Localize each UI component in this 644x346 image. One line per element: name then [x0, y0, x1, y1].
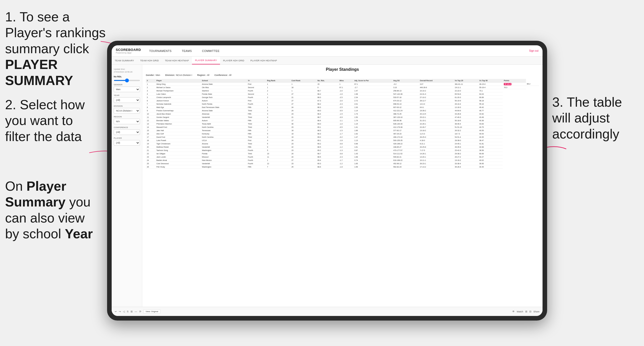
- no-rds-slider[interactable]: [114, 79, 140, 81]
- table-cell: 628-130-30: [392, 122, 419, 126]
- table-row: 25Cole SherwoodVanderbiltFourth122369.3-…: [146, 162, 539, 165]
- nav-teams[interactable]: TEAMS: [180, 48, 194, 53]
- table-cell: 69.2: [316, 142, 338, 145]
- download-icon[interactable]: ⊞: [525, 310, 527, 313]
- table-cell: 1: [290, 89, 316, 92]
- app-logo: SCOREBOARD Powered by dippi: [116, 48, 141, 54]
- undo-icon[interactable]: ↩: [115, 310, 117, 313]
- table-cell: 674-33-12: [392, 99, 419, 102]
- player-select[interactable]: (All): [114, 140, 140, 146]
- table-cell: 4: [146, 92, 155, 96]
- table-cell: Fifth: [247, 165, 266, 169]
- table-cell: Washington: [201, 165, 247, 169]
- table-cell: 27: [290, 159, 316, 162]
- table-cell: Bastien Amat: [155, 159, 201, 162]
- eye-icon[interactable]: 👁: [512, 310, 515, 313]
- table-cell: 43.83: [478, 122, 503, 126]
- nav-tournaments[interactable]: TOURNAMENTS: [147, 48, 174, 53]
- sub-nav-team-h2h-heatmap[interactable]: TEAM H2H HEATMAP: [162, 57, 192, 64]
- share-btn[interactable]: Share: [533, 310, 539, 313]
- col-vs-top25: Vs Top 25: [454, 79, 478, 82]
- table-cell: 1.47: [353, 89, 392, 92]
- table-cell: Jake Hall: [155, 129, 201, 132]
- year-select[interactable]: (All) First Second Third Fourth Fifth: [114, 97, 140, 103]
- no-rds-input[interactable]: [114, 80, 140, 81]
- table-cell: Taehoon Song: [155, 149, 201, 152]
- dash-icon[interactable]: —: [135, 310, 137, 313]
- redo-icon[interactable]: ↪: [119, 310, 121, 313]
- table-cell: 2.01: [353, 102, 392, 106]
- gender-select[interactable]: Men Women: [114, 87, 140, 92]
- grid-icon[interactable]: ⊟: [529, 310, 531, 313]
- table-cell: 7: [266, 165, 291, 169]
- table-cell: 452-96-12: [392, 162, 419, 165]
- table-cell: 1: [266, 99, 291, 102]
- paste-icon[interactable]: ⊞: [131, 310, 133, 313]
- table-cell: 2: [266, 96, 291, 99]
- sign-out-link[interactable]: Sign out: [529, 49, 538, 52]
- sub-nav-player-summary[interactable]: PLAYER SUMMARY: [192, 57, 220, 64]
- table-cell: 44.92: [478, 112, 503, 116]
- table-cell: 562-82-23: [392, 165, 419, 169]
- table-cell: Florida State: [201, 92, 247, 96]
- table-cell: 27: [290, 92, 316, 96]
- table-cell: 47-40-3: [454, 116, 478, 119]
- division-select[interactable]: NCAA Division I NCAA Division II NCAA Di…: [114, 108, 140, 114]
- refresh-icon[interactable]: ⟳: [139, 310, 141, 313]
- sub-nav-team-h2h-grid[interactable]: TEAM H2H GRID: [137, 57, 162, 64]
- table-row: 2Michael Le SassoOle MissSecond118067.1-…: [146, 86, 539, 89]
- table-cell: 2.72: [353, 99, 392, 102]
- logo-subtitle: Powered by dippi: [116, 52, 141, 54]
- table-cell: 473-177-57: [392, 149, 419, 152]
- nav-committee[interactable]: COMMITTEE: [200, 48, 222, 53]
- table-cell: 40.55: [478, 129, 503, 132]
- conference-select[interactable]: (All) ACC SEC Big 12 Pac-12: [114, 129, 140, 135]
- app-header: SCOREBOARD Powered by dippi TOURNAMENTS …: [112, 45, 543, 57]
- table-cell: 616-168-22: [392, 159, 419, 162]
- table-body: 1Wenyi DingArizona StateFirst1115167.1-3…: [146, 82, 539, 169]
- table-cell: 1.43: [353, 152, 392, 155]
- table-row: 22Ian GilliganFloridaThird102468.7-0.81.…: [146, 152, 539, 155]
- table-cell: 46.77: [478, 109, 503, 112]
- table-cell: 26-32-2: [454, 129, 478, 132]
- year-label: Year: [114, 94, 140, 96]
- table-cell: 1: [338, 82, 353, 86]
- table-cell: 23: [290, 112, 316, 116]
- table-cell: -0.8: [338, 142, 353, 145]
- update-time: Update time: 27/03/2024 16:56:26: [114, 68, 140, 73]
- watch-btn[interactable]: Watch: [517, 310, 523, 313]
- table-cell: Fifth: [247, 129, 266, 132]
- table-cell: Maxwell Ford: [155, 126, 201, 129]
- col-school: School: [201, 79, 247, 82]
- table-cell: 12: [146, 119, 155, 122]
- table-cell: 14-20-1: [419, 155, 454, 159]
- table-cell: 69.1: [316, 139, 338, 142]
- table-cell: 9: [266, 145, 291, 149]
- region-select[interactable]: N/A All South North East West: [114, 119, 140, 124]
- sub-nav-team-summary[interactable]: TEAM SUMMARY: [112, 57, 137, 64]
- table-cell: 17: [146, 135, 155, 139]
- table-cell: -2.0: [338, 89, 353, 92]
- table-cell: 12: [266, 162, 291, 165]
- view-original-btn[interactable]: View: Original: [143, 309, 160, 314]
- back-icon[interactable]: ◁: [123, 310, 125, 313]
- sub-nav-player-h2h-grid[interactable]: PLAYER H2H GRID: [220, 57, 247, 64]
- table-cell: 50-19-9: [454, 99, 478, 102]
- table-cell: Fourth: [247, 162, 266, 165]
- copy-icon[interactable]: ⎘: [127, 310, 128, 313]
- table-cell: 11-5-3: [419, 132, 454, 135]
- table-cell: 67.1: [353, 82, 392, 86]
- table-cell: 55-16-4: [478, 86, 503, 89]
- table-cell: 24: [290, 139, 316, 142]
- table-cell: 10-10-2: [419, 89, 454, 92]
- table-cell: 9: [146, 109, 155, 112]
- table-cell: 27: [290, 99, 316, 102]
- table-cell: Kentucky: [201, 132, 247, 135]
- table-cell: 67.3: [316, 99, 338, 102]
- table-cell: Arizona State: [201, 82, 247, 86]
- table-cell: 60.69: [478, 152, 503, 155]
- table-row: 1Wenyi DingArizona StateFirst1115167.1-3…: [146, 82, 539, 86]
- sub-nav-player-h2h-heatmap[interactable]: PLAYER H2H HEATMAP: [247, 57, 280, 64]
- table-cell: 68.6: [316, 165, 338, 169]
- player-label: Player: [114, 137, 140, 139]
